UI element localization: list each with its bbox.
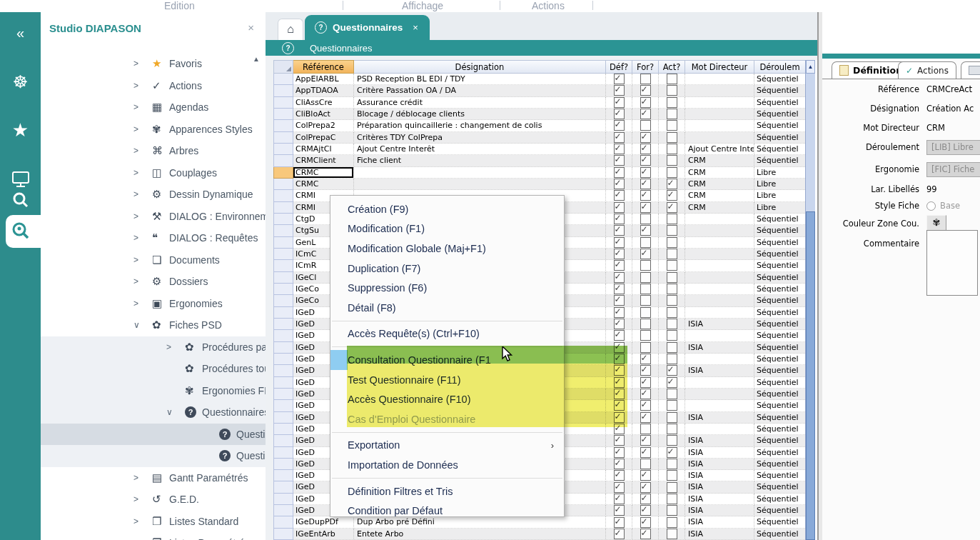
menu-item[interactable]: Modification Globale (Maj+F1): [330, 239, 564, 259]
cell-deroulement[interactable]: Séquentiel: [754, 109, 805, 120]
cell-mot-directeur[interactable]: CRM: [685, 167, 754, 179]
chevron-icon[interactable]: ∨: [133, 320, 152, 330]
cell-deroulement[interactable]: Séquentiel: [754, 330, 805, 341]
tree-item[interactable]: > ❝ DIALOG : Requêtes: [41, 227, 266, 249]
checkbox-act[interactable]: [667, 214, 677, 224]
chevron-icon[interactable]: >: [166, 342, 185, 352]
checkbox-for[interactable]: [640, 447, 651, 458]
row-header[interactable]: [273, 155, 293, 166]
column-header-act[interactable]: Act?: [659, 60, 685, 74]
cell-mot-directeur[interactable]: ISIA: [685, 459, 754, 470]
checkbox-act[interactable]: [667, 482, 677, 493]
checkbox-for[interactable]: [640, 155, 651, 166]
checkbox-act[interactable]: [667, 260, 677, 271]
cell-deroulement[interactable]: Séquentiel: [754, 85, 805, 96]
checkbox-act[interactable]: [667, 505, 677, 516]
chevron-icon[interactable]: >: [133, 255, 152, 265]
cell-deroulement[interactable]: Séquentiel: [754, 424, 805, 435]
tree-item[interactable]: ✿ Procédures toutes catégories: [41, 358, 266, 380]
cell-reference[interactable]: CliAssCre: [293, 97, 354, 109]
cell-deroulement[interactable]: Séquentiel: [754, 155, 805, 166]
checkbox-act[interactable]: [667, 389, 677, 399]
collapse-sidebar-icon[interactable]: «: [0, 25, 41, 41]
tree-item[interactable]: > ▣ Ergonomies: [41, 293, 266, 315]
checkbox-for[interactable]: [640, 202, 651, 213]
checkbox-def[interactable]: [614, 155, 625, 166]
row-header[interactable]: [273, 190, 293, 201]
cell-mot-directeur[interactable]: ISIA: [685, 435, 754, 446]
checkbox-for[interactable]: [640, 400, 651, 411]
row-header[interactable]: [273, 74, 293, 85]
panel-splitter[interactable]: [817, 12, 822, 540]
tree-item[interactable]: > ❏ Documents: [41, 249, 266, 271]
menu-item[interactable]: Détail (F8): [330, 298, 564, 318]
cell-deroulement[interactable]: Séquentiel: [754, 307, 805, 319]
tree-item[interactable]: > ✾ Apparences Styles: [41, 119, 266, 141]
cell-reference[interactable]: CliBloAct: [293, 109, 354, 120]
checkbox-def[interactable]: [614, 435, 625, 446]
checkbox-def[interactable]: [614, 505, 625, 516]
deroulement-value[interactable]: [LIB] Libre: [926, 140, 980, 155]
checkbox-act[interactable]: [667, 330, 677, 341]
cell-deroulement[interactable]: Séquentiel: [754, 97, 805, 109]
checkbox-act[interactable]: [667, 237, 677, 248]
cell-deroulement[interactable]: Séquentiel: [754, 505, 805, 516]
tree-item[interactable]: ✾ Ergonomies FMO: [41, 380, 266, 402]
cell-deroulement[interactable]: Séquentiel: [754, 272, 805, 284]
checkbox-for[interactable]: [640, 109, 651, 119]
checkbox-for[interactable]: [640, 354, 651, 364]
row-header[interactable]: [273, 179, 293, 190]
menu-item[interactable]: Accès Requête(s) (Ctrl+F10): [330, 324, 564, 344]
tab-questionnaires[interactable]: ? Questionnaires ×: [305, 15, 430, 40]
row-header[interactable]: [273, 389, 293, 400]
cell-mot-directeur[interactable]: [685, 237, 754, 249]
checkbox-for[interactable]: [640, 307, 651, 318]
checkbox-act[interactable]: [667, 190, 677, 201]
checkbox-for[interactable]: [640, 389, 651, 399]
checkbox-act[interactable]: [667, 202, 677, 213]
checkbox-for[interactable]: [640, 295, 651, 306]
column-header-mot-directeur[interactable]: Mot Directeur: [685, 60, 754, 74]
checkbox-for[interactable]: [640, 482, 651, 493]
tree-item[interactable]: > ✓ Actions: [41, 75, 266, 97]
tree-item[interactable]: ? Questionnaires: [41, 424, 266, 446]
checkbox-act[interactable]: [667, 225, 677, 236]
table-row[interactable]: CliBloAct Blocage / déblocage clients Sé…: [273, 109, 805, 120]
checkbox-def[interactable]: [614, 307, 625, 318]
checkbox-for[interactable]: [640, 342, 651, 353]
chevron-icon[interactable]: >: [133, 516, 152, 526]
cell-deroulement[interactable]: Séquentiel: [754, 237, 805, 249]
row-header[interactable]: [273, 470, 293, 481]
cell-mot-directeur[interactable]: ISIA: [685, 529, 754, 540]
checkbox-def[interactable]: [614, 237, 625, 248]
chevron-icon[interactable]: >: [133, 102, 152, 112]
checkbox-act[interactable]: [667, 132, 677, 143]
checkbox-def[interactable]: [614, 74, 625, 84]
cell-deroulement[interactable]: Libre: [754, 202, 805, 214]
menu-item[interactable]: Condition par Défaut: [330, 501, 564, 521]
row-header[interactable]: [273, 330, 293, 341]
chevron-icon[interactable]: >: [133, 276, 152, 286]
checkbox-act[interactable]: [667, 109, 677, 119]
row-header[interactable]: [273, 529, 293, 540]
checkbox-act[interactable]: [667, 120, 677, 131]
menu-affichage[interactable]: Affichage: [402, 0, 443, 11]
cell-mot-directeur[interactable]: CRM: [685, 202, 754, 214]
checkbox-act[interactable]: [667, 74, 677, 84]
cell-designation[interactable]: Entete Arbo: [354, 529, 606, 540]
checkbox-def[interactable]: [614, 109, 625, 119]
tree-item[interactable]: > ⚒ DIALOG : Environnement: [41, 206, 266, 228]
checkbox-for[interactable]: [640, 424, 651, 434]
checkbox-for[interactable]: [640, 412, 651, 423]
row-header[interactable]: [273, 237, 293, 249]
checkbox-def[interactable]: [614, 494, 625, 504]
chevron-icon[interactable]: >: [133, 494, 152, 504]
checkbox-for[interactable]: [640, 529, 651, 539]
chevron-icon[interactable]: >: [133, 146, 152, 156]
menu-item[interactable]: Modification (F1): [330, 219, 564, 239]
cell-designation[interactable]: Blocage / déblocage clients: [354, 109, 606, 120]
cell-designation[interactable]: Préparation quincaillerie : changement d…: [354, 120, 606, 131]
row-header[interactable]: [273, 295, 293, 306]
cell-mot-directeur[interactable]: [685, 85, 754, 96]
commentaire-textarea[interactable]: [926, 230, 978, 296]
